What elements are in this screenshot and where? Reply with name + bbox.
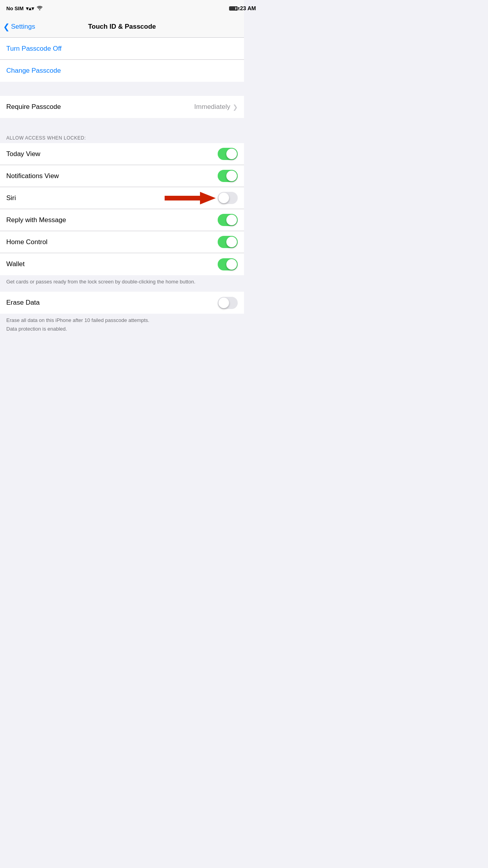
chevron-right-icon: ❯ <box>233 103 238 111</box>
today-view-label: Today View <box>6 150 40 158</box>
turn-passcode-off-label: Turn Passcode Off <box>6 45 62 53</box>
erase-data-footer: Erase all data on this iPhone after 10 f… <box>0 314 244 339</box>
change-passcode-row[interactable]: Change Passcode <box>0 60 244 82</box>
toggle-thumb <box>218 298 229 308</box>
reply-with-message-label: Reply with Message <box>6 216 66 224</box>
nav-bar: ❮ Settings Touch ID & Passcode <box>0 16 244 38</box>
require-passcode-value: Immediately ❯ <box>194 103 238 111</box>
change-passcode-label: Change Passcode <box>6 67 61 75</box>
red-arrow-annotation <box>165 190 216 206</box>
siri-label: Siri <box>6 194 16 202</box>
passcode-section: Turn Passcode Off Change Passcode <box>0 38 244 82</box>
today-view-toggle[interactable] <box>218 148 238 160</box>
toggle-thumb <box>226 149 237 159</box>
allow-access-section: Today View Notifications View Siri Reply… <box>0 143 244 275</box>
toggle-thumb <box>226 237 237 247</box>
wifi-bars <box>37 6 43 11</box>
wallet-footer: Get cards or passes ready from the lock … <box>0 275 244 292</box>
back-button[interactable]: ❮ Settings <box>3 22 35 31</box>
toggle-thumb <box>226 259 237 270</box>
svg-point-0 <box>39 9 40 10</box>
section-gap-1 <box>0 82 244 96</box>
notifications-view-label: Notifications View <box>6 172 59 180</box>
siri-row[interactable]: Siri <box>0 187 244 209</box>
home-control-row[interactable]: Home Control <box>0 231 244 253</box>
erase-data-label: Erase Data <box>6 299 40 307</box>
home-control-toggle[interactable] <box>218 236 238 248</box>
back-label: Settings <box>11 23 35 31</box>
erase-data-row[interactable]: Erase Data <box>0 292 244 314</box>
home-control-label: Home Control <box>6 238 48 246</box>
section-gap-2 <box>0 118 244 132</box>
toggle-thumb <box>226 171 237 181</box>
erase-data-footer-line1: Erase all data on this iPhone after 10 f… <box>6 317 238 324</box>
erase-data-section: Erase Data <box>0 292 244 314</box>
carrier-label: No SIM <box>6 6 24 11</box>
notifications-view-row[interactable]: Notifications View <box>0 165 244 187</box>
back-chevron-icon: ❮ <box>3 22 10 31</box>
require-passcode-row[interactable]: Require Passcode Immediately ❯ <box>0 96 244 118</box>
page-title: Touch ID & Passcode <box>88 23 156 31</box>
svg-marker-1 <box>165 192 216 204</box>
siri-toggle[interactable] <box>218 192 238 204</box>
wallet-toggle[interactable] <box>218 258 238 270</box>
allow-access-header: ALLOW ACCESS WHEN LOCKED: <box>0 132 244 143</box>
battery-icon <box>229 6 238 11</box>
require-passcode-section: Require Passcode Immediately ❯ <box>0 96 244 118</box>
require-passcode-label: Require Passcode <box>6 103 61 111</box>
wallet-row[interactable]: Wallet <box>0 253 244 275</box>
status-right <box>229 6 238 11</box>
reply-with-message-toggle[interactable] <box>218 214 238 226</box>
toggle-thumb <box>218 193 229 203</box>
turn-passcode-off-row[interactable]: Turn Passcode Off <box>0 38 244 60</box>
wifi-icon: ▾▴▾ <box>26 6 34 11</box>
erase-data-footer-line2: Data protection is enabled. <box>6 326 238 333</box>
wallet-label: Wallet <box>6 260 25 268</box>
reply-with-message-row[interactable]: Reply with Message <box>0 209 244 231</box>
notifications-view-toggle[interactable] <box>218 170 238 182</box>
toggle-thumb <box>226 215 237 225</box>
status-left: No SIM ▾▴▾ <box>6 6 43 11</box>
erase-data-toggle[interactable] <box>218 297 238 309</box>
today-view-row[interactable]: Today View <box>0 143 244 165</box>
status-bar: No SIM ▾▴▾ 11:23 AM <box>0 0 244 16</box>
